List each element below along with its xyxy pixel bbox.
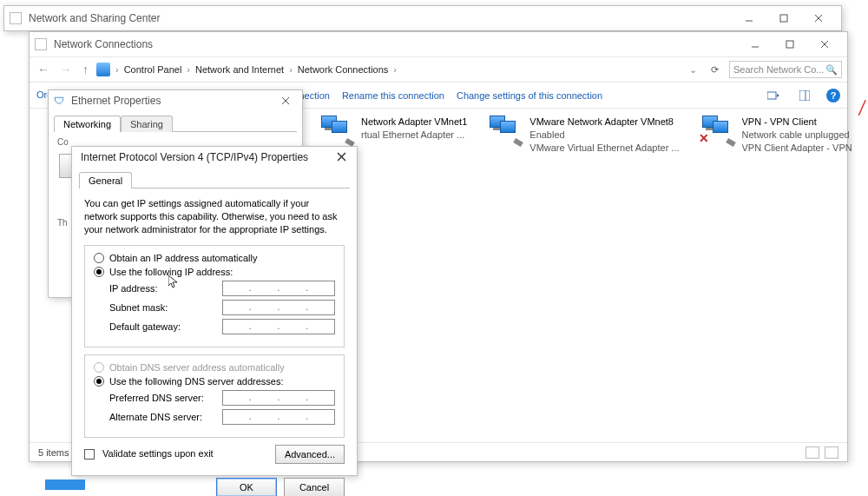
adapter-name: Network Adapter VMnet1 [361,116,467,129]
breadcrumb-item[interactable]: Control Panel [124,64,182,75]
details-view-button[interactable] [806,446,819,459]
tab-networking[interactable]: Networking [54,116,121,132]
window-ipv4-properties: Internet Protocol Version 4 (TCP/IPv4) P… [71,146,358,476]
subnet-mask-input[interactable]: ... [222,300,335,315]
adapter-device: VPN Client Adapter - VPN [742,142,852,155]
item-count: 5 items [38,447,69,458]
address-dropdown[interactable]: ⌄ [689,64,697,76]
cancel-button[interactable]: Cancel [284,478,345,496]
adapter-status: Enabled [529,129,679,142]
adapter-item[interactable]: VMware Network Adapter VMnet8 Enabled VM… [486,116,679,155]
search-input[interactable]: Search Network Co... 🔍 [729,61,842,78]
help-button[interactable]: ? [826,89,840,103]
minimize-button[interactable] [732,10,766,27]
ip-address-input[interactable]: ... [222,281,335,296]
tab-bar: General [79,171,350,188]
breadcrumb-separator: › [393,64,397,75]
dns-settings-group: Obtain DNS server address automatically … [84,354,345,438]
titlebar[interactable]: Network Connections [30,32,847,56]
change-settings-cmd[interactable]: Change settings of this connection [457,90,602,101]
rename-cmd[interactable]: Rename this connection [342,90,444,101]
preferred-dns-label: Preferred DNS server: [109,393,222,403]
advanced-button[interactable]: Advanced... [275,445,345,464]
adapter-item[interactable]: ✕ VPN - VPN Client Network cable unplugg… [699,116,852,155]
breadcrumb-separator: › [289,64,293,75]
minimize-button[interactable] [738,36,773,53]
window-title: Network Connections [50,38,738,50]
radio-label: Use the following IP address: [109,267,233,277]
ok-button[interactable]: OK [216,478,277,496]
preview-pane-button[interactable] [795,88,814,103]
radio-label: Obtain DNS server address automatically [109,362,285,373]
subnet-mask-label: Subnet mask: [109,302,222,313]
window-title: Internet Protocol Version 4 (TCP/IPv4) P… [77,151,332,163]
taskbar-item[interactable] [45,479,85,490]
ip-settings-group: Obtain an IP address automatically Use t… [84,245,345,347]
svg-rect-8 [767,92,776,99]
alternate-dns-label: Alternate DNS server: [109,412,222,422]
back-button[interactable]: ← [35,63,52,76]
view-options-button[interactable] [764,88,783,103]
titlebar[interactable]: 🛡 Ethernet Properties [49,90,302,111]
validate-checkbox[interactable] [84,449,95,460]
breadcrumb-item[interactable]: Network Connections [298,64,389,75]
search-placeholder: Search Network Co... [733,64,825,75]
disconnected-icon: ✕ [699,131,709,145]
svg-rect-9 [799,90,810,101]
forward-button[interactable]: → [57,63,75,76]
tab-sharing[interactable]: Sharing [121,116,173,132]
adapter-name: VMware Network Adapter VMnet8 [529,116,679,129]
radio-use-dns[interactable] [94,376,104,387]
radio-obtain-dns [94,362,104,373]
default-gateway-input[interactable]: ... [222,319,335,334]
breadcrumb-separator: › [115,64,119,75]
network-adapter-icon [486,116,524,145]
search-icon: 🔍 [825,64,838,76]
svg-rect-1 [780,15,787,22]
preferred-dns-input[interactable]: ... [222,390,335,406]
ip-address-label: IP address: [109,283,222,294]
refresh-button[interactable]: ⟳ [706,64,724,76]
window-title: Ethernet Properties [68,95,274,107]
adapter-name: VPN - VPN Client [742,116,852,129]
alternate-dns-input[interactable]: ... [222,409,335,425]
maximize-button[interactable] [766,10,801,27]
validate-label: Validate settings upon exit [102,448,214,459]
validate-checkbox-row[interactable]: Validate settings upon exit [84,448,214,460]
shield-icon: 🛡 [54,95,64,107]
default-gateway-label: Default gateway: [109,321,222,332]
annotation-mark: ⁄ [859,96,866,120]
radio-label: Obtain an IP address automatically [109,253,257,263]
maximize-button[interactable] [773,36,807,53]
icons-view-button[interactable] [825,446,838,459]
app-icon [10,12,22,24]
radio-label: Use the following DNS server addresses: [109,376,284,387]
close-button[interactable] [274,92,297,109]
app-icon [35,38,47,50]
up-button[interactable]: ↑ [80,63,91,76]
breadcrumb-item[interactable]: Network and Internet [195,64,284,75]
window-network-sharing-center: Network and Sharing Center [3,5,842,31]
close-button[interactable] [807,36,842,53]
control-panel-icon [96,63,110,76]
svg-rect-5 [786,41,793,48]
tab-general[interactable]: General [79,172,132,188]
adapter-status: Network cable unplugged [742,129,852,142]
close-button[interactable] [801,10,836,27]
description-text: You can get IP settings assigned automat… [72,188,357,241]
close-button[interactable] [332,150,352,164]
adapter-device: VMware Virtual Ethernet Adapter ... [529,142,679,155]
adapter-device: rtual Ethernet Adapter ... [361,129,467,142]
network-adapter-icon [318,116,356,145]
titlebar[interactable]: Network and Sharing Center [4,6,841,30]
radio-use-ip[interactable] [94,267,104,277]
window-title: Network and Sharing Center [25,12,732,24]
radio-obtain-ip[interactable] [94,253,104,263]
breadcrumb-separator: › [187,64,190,75]
titlebar[interactable]: Internet Protocol Version 4 (TCP/IPv4) P… [72,147,357,168]
tab-bar: Networking Sharing [54,115,297,132]
network-adapter-icon: ✕ [699,116,737,145]
address-bar: ← → ↑ › Control Panel › Network and Inte… [30,56,847,83]
